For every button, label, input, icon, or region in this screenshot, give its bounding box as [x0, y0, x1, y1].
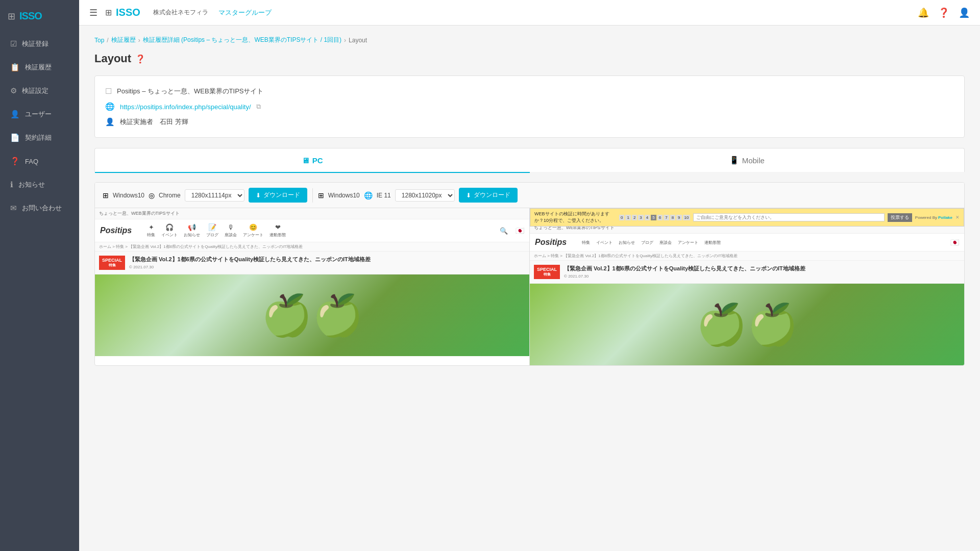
pc-tab-label: PC	[312, 156, 323, 165]
sidebar-item-label: 検証設定	[22, 86, 48, 95]
os-right: Windows10	[328, 192, 360, 199]
check-icon: ☑	[10, 39, 17, 48]
globe-icon: 🌐	[105, 102, 115, 111]
date-icon: ©	[129, 265, 132, 269]
nav-icon-2: 🎧	[165, 223, 174, 231]
site-url[interactable]: https://positips.info/index.php/special/…	[120, 103, 251, 111]
sidebar-item-otoiawase[interactable]: ✉ お問い合わせ	[0, 196, 79, 220]
screenshot-panel-right: WEBサイトの検証に時間がありますか？10分程で、ご登入ください。 0 1 2 …	[530, 208, 964, 365]
ie-num-2[interactable]: 2	[632, 215, 637, 220]
nav-label-4: ブログ	[206, 232, 218, 238]
site-breadcrumb-text-left: ホーム > 特集 > 【緊急企画 Vol.2】1都6県の公式サイトをQualit…	[99, 244, 303, 249]
ie-input[interactable]	[693, 213, 884, 221]
info-row-site: ☐ Positips – ちょっと一息、WEB業界のTIPSサイト	[105, 84, 954, 99]
sidebar-item-keiyaku[interactable]: 📄 契約詳細	[0, 126, 79, 149]
powered-logo: Pollake	[938, 215, 952, 220]
notification-icon[interactable]: 🔔	[918, 7, 929, 18]
ie-num-5[interactable]: 5	[651, 215, 656, 220]
download-button-right[interactable]: ⬇ ダウンロード	[459, 188, 518, 203]
grid-logo-icon: ⊞	[105, 8, 112, 17]
screenshots-container: ちょっと一息、WEB業界のTIPSサイト Positips ✦ 特集	[95, 208, 964, 365]
nav-icon-3: 📢	[188, 223, 196, 231]
site-image-right: 🍏🍏	[530, 284, 964, 365]
hamburger-icon[interactable]: ☰	[89, 7, 97, 18]
profile-icon[interactable]: 👤	[959, 7, 970, 18]
nav-item-1: ✦ 特集	[147, 223, 155, 238]
nav-label-r3: お知らせ	[619, 240, 635, 245]
site-nav-left: Positips ✦ 特集 🎧 イベント	[95, 219, 529, 242]
download-icon-right: ⬇	[466, 192, 471, 199]
tab-pc[interactable]: 🖥 PC	[95, 148, 530, 173]
nav-item-r1: 特集	[582, 240, 590, 245]
sidebar-item-faq[interactable]: ❓ FAQ	[0, 149, 79, 173]
nav-item-r4: ブログ	[641, 240, 653, 245]
site-header-bar-left: ちょっと一息、WEB業界のTIPSサイト	[95, 208, 529, 219]
main-area: ☰ ⊞ ISSO 株式会社ネモフィラ マスターグループ 🔔 ❓ 👤 Top / …	[79, 0, 980, 551]
badge-label-right: 特集	[537, 272, 557, 277]
chrome-icon: ◎	[149, 191, 155, 199]
faq-icon: ❓	[10, 157, 20, 166]
tab-mobile[interactable]: 📱 Mobile	[530, 148, 965, 172]
tab-bar: 🖥 PC 📱 Mobile	[94, 148, 965, 172]
ie-overlay: WEBサイトの検証に時間がありますか？10分程で、ご登入ください。 0 1 2 …	[530, 208, 964, 227]
resolution-select-left[interactable]: 1280x11114px	[185, 189, 244, 202]
nav-icon-7: ❤	[275, 223, 281, 231]
info-row-inspector: 👤 検証実施者 石田 芳輝	[105, 114, 954, 130]
company-name: 株式会社ネモフィラ	[153, 8, 208, 17]
content: Top / 検証履歴 › 検証履歴詳細 (Positips – ちょっと一息、W…	[79, 26, 980, 551]
article-title-right: 【緊急企画 Vol.2】1都6県の公式サイトをQuality検証したら見えてきた…	[564, 265, 805, 272]
ie-num-8[interactable]: 8	[670, 215, 675, 220]
ie-num-10[interactable]: 10	[683, 215, 691, 220]
site-flag-left: 🇯🇵	[516, 227, 524, 235]
site-flag-right: 🇯🇵	[950, 238, 959, 246]
info-row-url: 🌐 https://positips.info/index.php/specia…	[105, 99, 954, 114]
ie-num-9[interactable]: 9	[676, 215, 681, 220]
ie-vote-button[interactable]: 投票する	[888, 213, 912, 222]
resolution-select-right[interactable]: 1280x11020px	[395, 189, 455, 202]
site-search-left: 🔍	[500, 227, 508, 235]
nav-label-r2: イベント	[596, 240, 612, 245]
topbar: ☰ ⊞ ISSO 株式会社ネモフィラ マスターグループ 🔔 ❓ 👤	[79, 0, 980, 26]
help-icon[interactable]: ❓	[135, 54, 145, 64]
site-name: Positips – ちょっと一息、WEB業界のTIPSサイト	[117, 87, 263, 96]
sidebar-item-label: 検証登録	[22, 39, 48, 48]
page-title-container: Layout ❓	[94, 52, 965, 65]
site-logo-right: Positips	[535, 238, 567, 247]
nav-label-6: アンケート	[243, 232, 263, 238]
ie-num-0[interactable]: 0	[619, 215, 624, 220]
article-date-left: © 2021.07.30	[129, 265, 371, 269]
breadcrumb-detail[interactable]: 検証履歴詳細 (Positips – ちょっと一息、WEB業界のTIPSサイト …	[143, 36, 341, 44]
breadcrumb-history[interactable]: 検証履歴	[111, 36, 136, 44]
copy-icon[interactable]: ⧉	[256, 103, 261, 111]
nav-item-6: 😊 アンケート	[243, 223, 263, 238]
ie-num-3[interactable]: 3	[638, 215, 643, 220]
download-button-left[interactable]: ⬇ ダウンロード	[249, 188, 307, 203]
nav-label-r7: 連動形態	[704, 240, 721, 245]
ie-num-7[interactable]: 7	[664, 215, 669, 220]
sidebar-item-user[interactable]: 👤 ユーザー	[0, 103, 79, 126]
site-breadcrumb-text-right: ホーム > 特集 > 【緊急企画 Vol.2】1都6県の公式サイトをQualit…	[534, 254, 738, 258]
sidebar-item-kencho-settei[interactable]: ⚙ 検証設定	[0, 79, 79, 103]
sidebar-item-label: お知らせ	[18, 180, 45, 189]
site-logo-left: Positips	[100, 226, 132, 235]
site-image-left: 🍏🍏	[95, 274, 529, 356]
sidebar-item-kencho-toroku[interactable]: ☑ 検証登録	[0, 32, 79, 56]
ie-num-6[interactable]: 6	[657, 215, 663, 220]
nav-label-r4: ブログ	[641, 240, 653, 245]
special-badge-right: SPECIAL 特集	[534, 265, 560, 279]
site-nav-right: Positips 特集 イベント お知らせ	[530, 234, 964, 252]
ie-num-1[interactable]: 1	[625, 215, 630, 220]
ie-close-icon[interactable]: ✕	[955, 215, 960, 220]
nav-item-4: 📝 ブログ	[206, 223, 218, 238]
special-badge-left: SPECIAL 特集	[99, 256, 125, 270]
badge-label-left: 特集	[102, 263, 122, 268]
powered-badge: Powered By Pollake	[915, 215, 952, 220]
ie-num-4[interactable]: 4	[645, 215, 650, 220]
article-text-right: 【緊急企画 Vol.2】1都6県の公式サイトをQuality検証したら見えてきた…	[564, 265, 805, 279]
help-topbar-icon[interactable]: ❓	[938, 7, 949, 18]
nav-label-1: 特集	[147, 232, 155, 238]
os-left: Windows10	[113, 192, 144, 199]
sidebar-item-oshirase[interactable]: ℹ お知らせ	[0, 173, 79, 196]
breadcrumb-top[interactable]: Top	[94, 37, 104, 44]
sidebar-item-kencho-rireki[interactable]: 📋 検証履歴	[0, 56, 79, 79]
